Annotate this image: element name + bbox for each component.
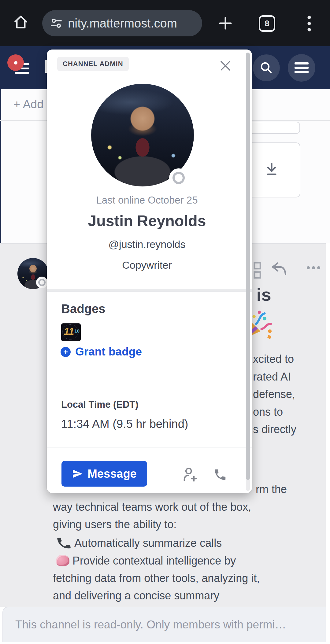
unread-badge [7, 54, 24, 71]
download-icon[interactable] [263, 161, 280, 178]
grant-badge-link[interactable]: + Grant badge [61, 345, 142, 358]
phone-icon [213, 468, 227, 482]
truncated-paragraph: xcited to rated AI defense, ons to s dir… [253, 350, 296, 438]
grant-badge-label: Grant badge [75, 345, 142, 358]
bullet-wrap-line: fetching data from other tools, analyzin… [53, 569, 260, 587]
screen: nity.mattermost.com 8 [0, 0, 330, 644]
bullet-wrap-line: and delivering a concise summary [53, 587, 219, 604]
status-indicator-offline [169, 168, 188, 187]
phone-emoji [55, 534, 73, 552]
scroll-gutter [326, 243, 330, 642]
truncated-line: rated AI [253, 368, 296, 386]
badge-number: 11 [64, 326, 74, 337]
profile-name: Justin Reynolds [47, 212, 247, 230]
divider [61, 375, 232, 375]
readonly-notice-bar: This channel is read-only. Only members … [2, 607, 330, 642]
truncated-line: s directly [253, 421, 296, 438]
section-divider [47, 289, 252, 292]
badge-count: 10 [74, 328, 80, 333]
home-icon[interactable] [13, 14, 29, 30]
readonly-notice-text: This channel is read-only. Only members … [3, 618, 286, 631]
footer-divider [47, 447, 252, 447]
browser-menu-icon[interactable] [306, 15, 313, 32]
truncated-line: xcited to [253, 350, 296, 368]
tab-count: 8 [265, 19, 269, 28]
message-button[interactable]: Message [61, 461, 147, 487]
local-time-label: Local Time (EDT) [61, 399, 139, 410]
url-text[interactable]: nity.mattermost.com [68, 17, 177, 30]
bullet-intelligence-text: Provide contextual intelligence by [72, 554, 236, 567]
profile-position: Copywriter [47, 259, 247, 271]
add-to-channel-button[interactable] [182, 467, 198, 483]
search-button[interactable] [253, 54, 280, 81]
popup-scrollbar-thumb[interactable] [246, 53, 250, 480]
message-button-label: Message [87, 467, 137, 480]
profile-username: @justin.reynolds [47, 238, 247, 250]
new-tab-icon[interactable] [218, 16, 233, 31]
reply-icon[interactable] [270, 262, 287, 276]
post-status-indicator [36, 277, 48, 288]
cut-line: rm the [256, 480, 287, 498]
last-online-text: Last online October 25 [47, 194, 247, 206]
brain-emoji [56, 555, 69, 566]
truncated-line: ons to [253, 403, 296, 421]
bullet-calls: 📞 Automatically summarize calls [53, 534, 222, 552]
plus-circle-icon: + [61, 347, 71, 357]
badges-title: Badges [61, 302, 106, 316]
browser-toolbar: nity.mattermost.com 8 [0, 0, 330, 46]
site-settings-icon[interactable] [50, 17, 62, 29]
main-menu-button[interactable] [288, 54, 315, 82]
search-icon [259, 61, 274, 75]
send-icon [72, 468, 83, 479]
profile-popup: CHANNEL ADMIN Last online October 25 Jus… [47, 50, 252, 493]
close-icon [219, 60, 232, 72]
post-body-line: way technical teams work out of the box, [53, 498, 251, 516]
role-badge: CHANNEL ADMIN [57, 57, 129, 71]
url-bar[interactable]: nity.mattermost.com [42, 10, 202, 36]
badge-tile[interactable]: 11 10 [61, 323, 81, 341]
local-time-value: 11:34 AM (9.5 hr behind) [61, 418, 188, 431]
bullet-intelligence: 🧠 Provide contextual intelligence by [53, 552, 236, 569]
close-button[interactable] [218, 59, 233, 73]
post-body-line: giving users the ability to: [53, 516, 176, 533]
menu-icon [295, 62, 309, 74]
person-add-icon [182, 467, 198, 483]
truncated-line: defense, [253, 385, 296, 403]
tab-switcher[interactable]: 8 [259, 15, 275, 32]
channel-title-fragment [45, 60, 47, 73]
call-button[interactable] [213, 468, 228, 482]
add-channel-header-link[interactable]: + Add [13, 98, 43, 111]
post-more-icon[interactable] [306, 265, 321, 270]
bullet-calls-text: Automatically summarize calls [74, 537, 222, 549]
